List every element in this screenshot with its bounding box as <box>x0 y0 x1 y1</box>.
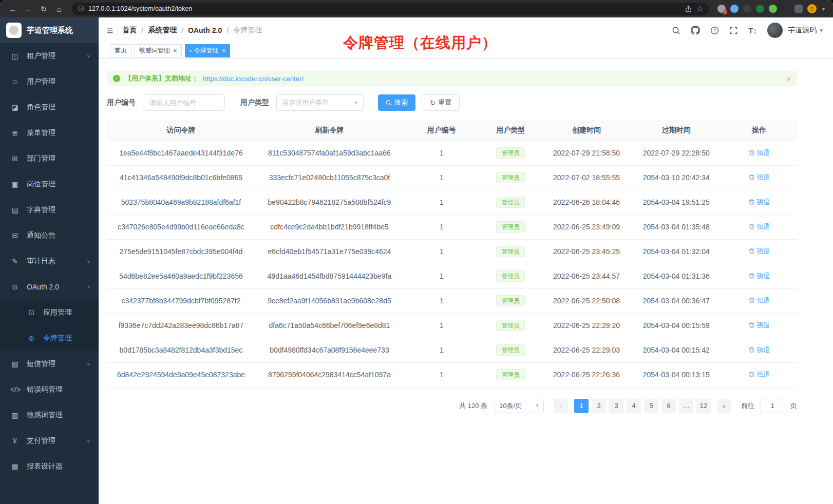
success-check-icon: ✓ <box>113 75 120 82</box>
breadcrumb-item[interactable]: / OAuth 2.0 <box>177 26 222 34</box>
alert-doc-link[interactable]: https://doc.iocoder.cn/user-center/ <box>203 75 304 83</box>
sidebar-item[interactable]: ≣ 菜单管理 <box>0 120 99 146</box>
sidebar-item[interactable]: ▧ 短信管理 ∨ <box>0 351 99 377</box>
force-logout-button[interactable]: 强退 <box>748 296 770 305</box>
page-button[interactable]: 6 <box>661 399 676 413</box>
tab-groups-icon[interactable] <box>794 5 803 13</box>
reset-button-label: 重置 <box>438 98 451 107</box>
force-logout-button[interactable]: 强退 <box>748 370 770 379</box>
extension-icon[interactable] <box>756 5 764 13</box>
page-button[interactable]: 2 <box>592 399 606 413</box>
user-id-input[interactable] <box>143 94 225 111</box>
alert-text: 【用户体系】文档地址： <box>125 74 198 83</box>
browser-back-icon[interactable]: ← <box>6 5 20 13</box>
sidebar-item[interactable]: ▦ 报表设计器 <box>0 454 99 479</box>
browser-forward-icon[interactable]: → <box>22 5 35 13</box>
app-logo[interactable]: 芋道管理系统 <box>0 17 99 43</box>
prev-page-button[interactable]: ‹ <box>554 399 568 413</box>
sidebar-item[interactable]: ☺ 用户管理 <box>0 69 99 94</box>
goto-page-input[interactable] <box>761 399 784 413</box>
browser-chrome: ← → ↻ ⌂ ⓘ 127.0.0.1:1024/system/oauth2/t… <box>0 0 833 17</box>
create-time-cell: 2022-06-25 22:26:36 <box>542 362 632 387</box>
address-bar[interactable]: ⓘ 127.0.0.1:1024/system/oauth2/token ☆ <box>72 3 709 15</box>
font-size-icon[interactable]: T↕ <box>748 26 757 35</box>
search-icon[interactable] <box>672 26 680 35</box>
sidebar-item[interactable]: ▣ 岗位管理 <box>0 171 99 197</box>
sidebar-item[interactable]: ◫ 租户管理 ∨ <box>0 43 99 69</box>
sidebar-item-label: 字典管理 <box>27 205 90 215</box>
page-size-select[interactable]: 10条/页 <box>495 399 544 413</box>
sidebar-item[interactable]: ¥ 支付管理 ∨ <box>0 428 99 454</box>
user-avatar[interactable] <box>767 23 783 38</box>
refresh-token-cell: cdfc4ce9c2da4bb1bdf21b9918ff4be5 <box>255 215 404 239</box>
alert-close-icon[interactable]: × <box>786 75 791 83</box>
active-dot-icon: ● <box>190 49 192 52</box>
force-logout-button[interactable]: 强退 <box>748 198 770 207</box>
sidebar-item[interactable]: ▤ 字典管理 <box>0 197 99 223</box>
browser-reload-icon[interactable]: ↻ <box>37 5 50 13</box>
sidebar-item[interactable]: ◪ 角色管理 <box>0 94 99 120</box>
user-type-select[interactable]: 请选择用户类型 <box>276 94 364 111</box>
tab[interactable]: 敏感词管理 × <box>135 44 182 57</box>
share-icon[interactable] <box>685 5 692 13</box>
user-type-badge: 管理员 <box>496 172 525 183</box>
force-logout-button[interactable]: 强退 <box>748 345 770 355</box>
user-name[interactable]: 芋道源码 <box>788 26 817 35</box>
sidebar-item[interactable]: ✉ 通知公告 <box>0 223 99 248</box>
breadcrumb-item[interactable]: 首页 <box>122 26 137 35</box>
oauth-icon: ⊙ <box>10 283 20 291</box>
force-logout-button[interactable]: 强退 <box>748 148 770 158</box>
extension-icon[interactable] <box>743 5 751 13</box>
force-logout-button[interactable]: 强退 <box>748 173 770 182</box>
sidebar-item[interactable]: ⊞ 部门管理 <box>0 146 99 171</box>
page-button[interactable]: 4 <box>627 399 641 413</box>
search-button[interactable]: 搜索 <box>378 94 415 111</box>
force-logout-button[interactable]: 强退 <box>748 247 770 256</box>
browser-profile-avatar[interactable]: ☺ <box>807 4 817 13</box>
extension-icon[interactable] <box>782 5 790 13</box>
sidebar-item-label: 通知公告 <box>27 231 90 240</box>
sidebar-item[interactable]: </> 错误码管理 <box>0 377 99 402</box>
extension-icon[interactable] <box>730 5 739 13</box>
page-button[interactable]: 1 <box>574 399 589 413</box>
bookmark-star-icon[interactable]: ☆ <box>696 5 703 13</box>
reset-button[interactable]: ↻ 重置 <box>422 94 460 111</box>
tab[interactable]: 首页 <box>110 44 131 57</box>
user-id-cell: 1 <box>404 338 480 362</box>
access-token-cell: c342377bf8b344799dcbf7bf095287f2 <box>107 288 255 313</box>
site-info-icon[interactable]: ⓘ <box>78 5 84 13</box>
chevron-down-icon[interactable]: ▾ <box>822 6 825 12</box>
table-body: 1ea5e44f8bc1467aaede43144f31de76 811c530… <box>107 141 797 387</box>
page-button[interactable]: … <box>679 399 693 413</box>
extension-icon[interactable] <box>717 5 726 13</box>
sidebar-item[interactable]: ▥ 敏感词管理 <box>0 402 99 428</box>
close-icon[interactable]: × <box>173 47 177 54</box>
extension-icon[interactable] <box>769 5 777 13</box>
sidebar-item[interactable]: ⊡ 应用管理 <box>0 300 99 325</box>
fullscreen-icon[interactable] <box>729 26 738 35</box>
sidebar-collapse-icon[interactable]: ≡ <box>107 25 113 36</box>
force-logout-button[interactable]: 强退 <box>748 272 770 281</box>
page-button[interactable]: 5 <box>644 399 658 413</box>
sidebar-item[interactable]: ⊛ 令牌管理 <box>0 325 99 351</box>
sidebar-item[interactable]: ✎ 审计日志 ∨ <box>0 248 99 274</box>
post-icon: ▣ <box>10 180 20 188</box>
sidebar-item-label: 错误码管理 <box>27 385 90 394</box>
breadcrumb-item[interactable]: / 令牌管理 <box>222 26 262 35</box>
browser-home-icon[interactable]: ⌂ <box>52 5 66 13</box>
next-page-button[interactable]: › <box>717 399 731 413</box>
breadcrumb-item[interactable]: / 系统管理 <box>137 26 177 35</box>
page-button[interactable]: 12 <box>696 399 711 413</box>
help-icon[interactable]: ? <box>710 26 719 35</box>
page-button[interactable]: 3 <box>609 399 623 413</box>
tab[interactable]: ● 令牌管理 × <box>185 44 231 57</box>
force-logout-button[interactable]: 强退 <box>748 222 770 231</box>
user-menu-caret-icon[interactable]: ▾ <box>820 27 823 34</box>
trash-icon <box>748 223 755 230</box>
github-icon[interactable] <box>691 26 700 35</box>
sidebar-item-label: 短信管理 <box>27 359 87 369</box>
close-icon[interactable]: × <box>222 47 226 54</box>
pagination: 共 120 条 10条/页 ‹ 1 2 3 <box>107 399 797 413</box>
force-logout-button[interactable]: 强退 <box>748 321 770 330</box>
sidebar-item[interactable]: ⊙ OAuth 2.0 ∧ <box>0 274 99 300</box>
